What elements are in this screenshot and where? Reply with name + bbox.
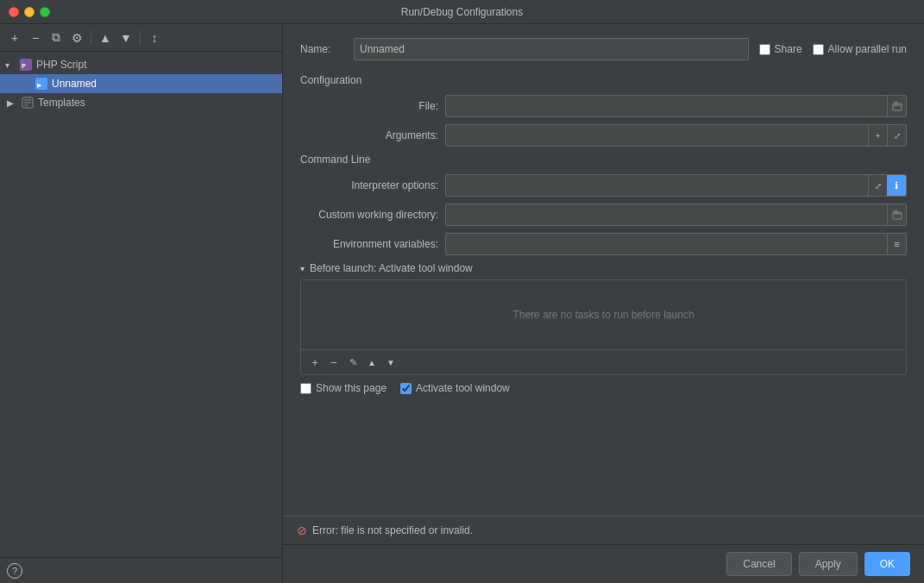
environment-variables-row: Environment variables: ≡ bbox=[300, 233, 907, 255]
show-this-page-checkbox-label[interactable]: Show this page bbox=[300, 382, 387, 394]
sidebar: + − ⧉ ⚙ ▲ ▼ ↕ ▾ P PHP Script bbox=[0, 24, 283, 583]
content-body: Name: Share Allow parallel run Configura… bbox=[283, 24, 924, 516]
move-up-button[interactable]: ▲ bbox=[96, 28, 115, 47]
bottom-bar: Cancel Apply OK bbox=[283, 544, 924, 583]
window-title: Run/Debug Configurations bbox=[401, 6, 523, 18]
content-area: Name: Share Allow parallel run Configura… bbox=[283, 24, 924, 583]
before-launch-header[interactable]: ▾ Before launch: Activate tool window bbox=[300, 262, 907, 274]
before-launch-add-button[interactable]: + bbox=[306, 354, 324, 371]
environment-variables-label: Environment variables: bbox=[300, 238, 438, 250]
move-down-button[interactable]: ▼ bbox=[116, 28, 135, 47]
file-label: File: bbox=[300, 100, 438, 112]
remove-config-button[interactable]: − bbox=[26, 28, 45, 47]
minimize-button[interactable] bbox=[24, 7, 35, 17]
arguments-label: Arguments: bbox=[300, 129, 438, 141]
arguments-input-container: + ⤢ bbox=[445, 124, 907, 147]
sidebar-bottom: ? bbox=[0, 557, 282, 583]
add-config-button[interactable]: + bbox=[5, 28, 24, 47]
toolbar-divider2 bbox=[140, 31, 141, 45]
cancel-button[interactable]: Cancel bbox=[726, 552, 791, 576]
tree-arrow-php: ▾ bbox=[5, 60, 16, 70]
interpreter-options-input-container: ⤢ ℹ bbox=[445, 174, 907, 197]
arguments-row: Arguments: + ⤢ bbox=[300, 124, 907, 147]
ok-button[interactable]: OK bbox=[864, 552, 910, 576]
before-launch-up-button[interactable]: ▲ bbox=[363, 354, 380, 371]
allow-parallel-checkbox-label[interactable]: Allow parallel run bbox=[813, 43, 907, 55]
arguments-fullscreen-button[interactable]: ⤢ bbox=[887, 125, 906, 146]
share-checkbox-label[interactable]: Share bbox=[759, 43, 802, 55]
interpreter-options-row: Interpreter options: ⤢ ℹ bbox=[300, 174, 907, 197]
launch-checkboxes-row: Show this page Activate tool window bbox=[300, 382, 907, 394]
share-checkbox[interactable] bbox=[759, 44, 770, 55]
file-browse-button[interactable] bbox=[887, 96, 906, 116]
environment-variables-edit-button[interactable]: ≡ bbox=[887, 234, 906, 254]
settings-config-button[interactable]: ⚙ bbox=[67, 28, 86, 47]
maximize-button[interactable] bbox=[40, 7, 50, 17]
environment-variables-input[interactable] bbox=[446, 235, 887, 253]
before-launch-remove-button[interactable]: − bbox=[325, 354, 343, 371]
apply-button[interactable]: Apply bbox=[799, 552, 858, 576]
interpreter-options-label: Interpreter options: bbox=[300, 179, 438, 191]
unnamed-config-icon: ▶ bbox=[35, 78, 47, 90]
show-this-page-checkbox[interactable] bbox=[300, 383, 311, 394]
interpreter-options-input[interactable] bbox=[446, 177, 868, 194]
move-to-group-button[interactable]: ↕ bbox=[145, 28, 164, 47]
arguments-expand-button[interactable]: + bbox=[868, 125, 887, 146]
configuration-section-title: Configuration bbox=[300, 74, 907, 86]
sidebar-toolbar: + − ⧉ ⚙ ▲ ▼ ↕ bbox=[0, 24, 282, 52]
command-line-section-title: Command Line bbox=[300, 154, 907, 166]
interpreter-options-expand-button[interactable]: ⤢ bbox=[868, 175, 887, 196]
help-button[interactable]: ? bbox=[7, 563, 22, 579]
before-launch-label: Before launch: Activate tool window bbox=[310, 262, 473, 274]
tree-label-php-script: PHP Script bbox=[36, 59, 86, 71]
tree-label-templates: Templates bbox=[38, 97, 85, 109]
tree-item-unnamed[interactable]: ▶ Unnamed bbox=[0, 74, 282, 93]
file-input-container bbox=[445, 95, 907, 117]
php-icon: P bbox=[20, 59, 32, 71]
file-input[interactable] bbox=[446, 97, 887, 115]
window-controls bbox=[9, 7, 50, 17]
activate-tool-window-label: Activate tool window bbox=[416, 382, 510, 394]
name-input[interactable] bbox=[354, 38, 749, 60]
templates-icon bbox=[21, 96, 35, 110]
toolbar-divider bbox=[91, 31, 91, 45]
allow-parallel-checkbox[interactable] bbox=[813, 44, 824, 55]
sidebar-tree: ▾ P PHP Script ▶ Unnamed bbox=[0, 52, 282, 557]
name-field-label: Name: bbox=[300, 43, 343, 55]
tree-item-php-script-group[interactable]: ▾ P PHP Script bbox=[0, 55, 282, 74]
before-launch-down-button[interactable]: ▼ bbox=[382, 354, 399, 371]
main-container: + − ⧉ ⚙ ▲ ▼ ↕ ▾ P PHP Script bbox=[0, 24, 924, 583]
before-launch-section: ▾ Before launch: Activate tool window Th… bbox=[300, 262, 907, 394]
config-icon: ▶ bbox=[35, 77, 48, 91]
working-directory-input[interactable] bbox=[446, 206, 887, 223]
php-script-group-icon: P bbox=[19, 58, 33, 72]
error-icon: ⊘ bbox=[297, 523, 307, 537]
activate-tool-window-checkbox[interactable] bbox=[400, 383, 412, 394]
file-row: File: bbox=[300, 95, 907, 117]
svg-text:▶: ▶ bbox=[37, 82, 42, 88]
interpreter-options-info-button[interactable]: ℹ bbox=[887, 175, 906, 196]
activate-tool-window-checkbox-label[interactable]: Activate tool window bbox=[400, 382, 510, 394]
working-directory-browse-button[interactable] bbox=[887, 204, 906, 225]
before-launch-empty-message: There are no tasks to run before launch bbox=[301, 280, 906, 349]
working-directory-label: Custom working directory: bbox=[300, 209, 438, 221]
error-bar: ⊘ Error: file is not specified or invali… bbox=[283, 516, 924, 544]
tree-item-templates[interactable]: ▶ Templates bbox=[0, 93, 282, 112]
working-directory-input-container bbox=[445, 204, 907, 226]
copy-config-button[interactable]: ⧉ bbox=[47, 28, 66, 47]
environment-variables-input-container: ≡ bbox=[445, 233, 907, 255]
before-launch-arrow-icon: ▾ bbox=[300, 264, 305, 273]
show-this-page-label: Show this page bbox=[316, 382, 387, 394]
svg-text:P: P bbox=[22, 63, 26, 69]
before-launch-toolbar: + − ✎ ▲ ▼ bbox=[301, 349, 906, 374]
tree-label-unnamed: Unnamed bbox=[52, 78, 97, 90]
before-launch-edit-button[interactable]: ✎ bbox=[344, 354, 361, 371]
arguments-input[interactable] bbox=[446, 127, 868, 144]
title-bar: Run/Debug Configurations bbox=[0, 0, 924, 24]
name-options: Share Allow parallel run bbox=[759, 43, 907, 55]
close-button[interactable] bbox=[9, 7, 19, 17]
error-message: Error: file is not specified or invalid. bbox=[312, 524, 473, 536]
name-row: Name: Share Allow parallel run bbox=[300, 38, 907, 60]
before-launch-panel: There are no tasks to run before launch … bbox=[300, 279, 907, 375]
working-directory-row: Custom working directory: bbox=[300, 204, 907, 226]
